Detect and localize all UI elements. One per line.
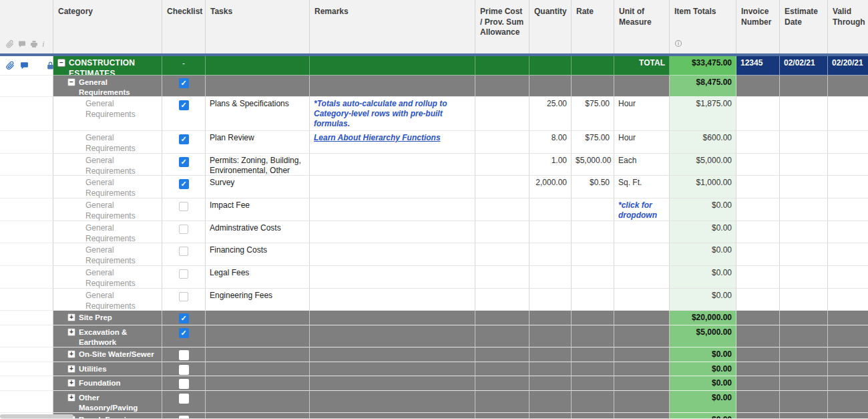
checkbox-checked[interactable]: ✓ — [179, 328, 189, 338]
cell-rate[interactable] — [572, 198, 614, 221]
expand-row-icon[interactable]: + — [67, 394, 75, 402]
cell-remarks[interactable] — [310, 266, 475, 289]
cell-category[interactable]: +On-Site Water/Sewer — [53, 347, 162, 362]
cell-tasks[interactable]: Adminstrative Costs — [206, 221, 310, 243]
cell-tasks[interactable] — [206, 56, 310, 76]
cell-estimate-date[interactable] — [780, 266, 828, 289]
cell-invoice-number[interactable] — [736, 376, 780, 391]
cell-valid-through[interactable] — [828, 198, 868, 221]
cell-prime-cost[interactable] — [475, 362, 529, 376]
cell-estimate-date[interactable] — [780, 391, 828, 413]
column-header-prime_cost[interactable]: Prime Cost / Prov. Sum Allowance — [475, 0, 529, 53]
cell-remarks[interactable] — [310, 176, 475, 198]
cell-quantity[interactable] — [529, 347, 572, 362]
cell-category[interactable]: General Requirements — [53, 266, 162, 289]
cell-tasks[interactable]: Financing Costs — [206, 243, 310, 266]
cell-item-total[interactable]: $20,000.00 — [670, 311, 736, 325]
cell-remarks[interactable] — [310, 154, 475, 176]
cell-valid-through[interactable] — [828, 362, 868, 376]
cell-category[interactable]: +Other Masonry/Paving — [53, 391, 162, 413]
cell-valid-through[interactable] — [828, 131, 868, 154]
cell-invoice-number[interactable] — [736, 76, 780, 97]
cell-quantity[interactable] — [529, 221, 572, 243]
cell-unit-of-measure[interactable] — [614, 266, 670, 289]
cell-quantity[interactable] — [529, 325, 572, 347]
cell-invoice-number[interactable] — [736, 325, 780, 347]
cell-unit-of-measure[interactable] — [614, 362, 670, 376]
cell-invoice-number[interactable] — [736, 131, 780, 154]
expand-row-icon[interactable]: + — [67, 365, 75, 373]
cell-estimate-date[interactable] — [780, 97, 828, 131]
cell-invoice-number[interactable] — [736, 266, 780, 289]
checkbox-unchecked[interactable] — [179, 365, 189, 375]
cell-checklist[interactable] — [162, 243, 206, 266]
cell-quantity[interactable] — [529, 311, 572, 325]
cell-rate[interactable] — [572, 347, 614, 362]
column-header-rate[interactable]: Rate — [572, 0, 614, 53]
cell-quantity[interactable]: 2,000.00 — [529, 176, 572, 198]
cell-rate[interactable]: $5,000.00 — [572, 154, 614, 176]
cell-unit-of-measure[interactable] — [614, 347, 670, 362]
cell-item-total[interactable]: $8,475.00 — [670, 76, 736, 97]
cell-prime-cost[interactable] — [475, 347, 529, 362]
cell-prime-cost[interactable] — [475, 198, 529, 221]
cell-rate[interactable] — [572, 325, 614, 347]
cell-item-total[interactable]: $0.00 — [670, 413, 736, 419]
cell-prime-cost[interactable] — [475, 221, 529, 243]
cell-unit-of-measure[interactable] — [614, 376, 670, 391]
cell-item-total[interactable]: $5,000.00 — [670, 154, 736, 176]
cell-unit-of-measure[interactable]: Each — [614, 154, 670, 176]
cell-invoice-number[interactable] — [736, 289, 780, 311]
cell-tasks[interactable]: Plans & Specifications — [206, 97, 310, 131]
cell-checklist[interactable]: ✓ — [162, 176, 206, 198]
cell-prime-cost[interactable] — [475, 76, 529, 97]
cell-prime-cost[interactable] — [475, 154, 529, 176]
column-header-valid_through[interactable]: Valid Through — [828, 0, 868, 53]
cell-remarks[interactable] — [310, 243, 475, 266]
cell-item-total[interactable]: $33,475.00 — [670, 56, 736, 76]
cell-tasks[interactable] — [206, 347, 310, 362]
column-header-invoice[interactable]: Invoice Number — [736, 0, 780, 53]
column-header-quantity[interactable]: Quantity — [529, 0, 572, 53]
cell-valid-through[interactable] — [828, 376, 868, 391]
cell-item-total[interactable]: $0.00 — [670, 347, 736, 362]
cell-unit-of-measure[interactable]: *click for dropdown — [614, 198, 670, 221]
cell-estimate-date[interactable] — [780, 311, 828, 325]
checkbox-unchecked[interactable] — [179, 416, 189, 419]
cell-unit-of-measure[interactable] — [614, 325, 670, 347]
cell-item-total[interactable]: $0.00 — [670, 376, 736, 391]
cell-prime-cost[interactable] — [475, 56, 529, 76]
cell-valid-through[interactable] — [828, 311, 868, 325]
cell-remarks[interactable] — [310, 391, 475, 413]
cell-unit-of-measure[interactable]: Hour — [614, 131, 670, 154]
column-header-uom[interactable]: Unit of Measure — [614, 0, 670, 53]
cell-invoice-number[interactable] — [736, 311, 780, 325]
cell-unit-of-measure[interactable]: TOTAL — [614, 56, 670, 76]
cell-valid-through[interactable] — [828, 289, 868, 311]
cell-valid-through[interactable] — [828, 347, 868, 362]
cell-unit-of-measure[interactable] — [614, 243, 670, 266]
cell-tasks[interactable] — [206, 325, 310, 347]
comment-icon[interactable] — [18, 40, 26, 48]
cell-unit-of-measure[interactable] — [614, 391, 670, 413]
cell-tasks[interactable] — [206, 76, 310, 97]
cell-checklist[interactable]: ✓ — [162, 76, 206, 97]
cell-category[interactable]: General Requirements — [53, 243, 162, 266]
cell-valid-through[interactable] — [828, 243, 868, 266]
cell-rate[interactable] — [572, 311, 614, 325]
cell-prime-cost[interactable] — [475, 243, 529, 266]
cell-rate[interactable]: $0.50 — [572, 176, 614, 198]
cell-valid-through[interactable] — [828, 154, 868, 176]
cell-tasks[interactable] — [206, 362, 310, 376]
cell-tasks[interactable]: Impact Fee — [206, 198, 310, 221]
cell-remarks[interactable] — [310, 413, 475, 419]
cell-estimate-date[interactable] — [780, 243, 828, 266]
cell-category[interactable]: −General Requirements — [53, 76, 162, 97]
checkbox-unchecked[interactable] — [179, 225, 188, 234]
row-info-icon[interactable]: i — [42, 39, 45, 48]
cell-tasks[interactable]: Engineering Fees — [206, 289, 310, 311]
cell-remarks[interactable] — [310, 362, 475, 376]
checkbox-checked[interactable]: ✓ — [179, 134, 189, 144]
unit-of-measure-value[interactable]: *click for dropdown — [618, 200, 657, 220]
cell-checklist[interactable]: ✓ — [162, 311, 206, 325]
